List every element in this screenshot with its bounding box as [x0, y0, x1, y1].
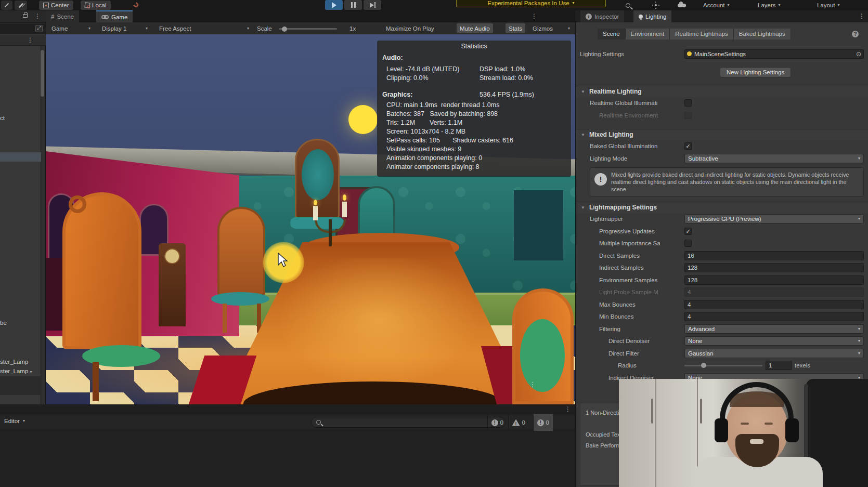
console-search-box[interactable] [311, 417, 506, 428]
console-warning-badge[interactable]: ! 0 [508, 414, 529, 431]
tab-scene[interactable]: # Scene [46, 10, 79, 22]
console-search-input[interactable] [325, 418, 497, 427]
maximize-icon[interactable] [35, 25, 43, 32]
check-icon: ✓ [685, 228, 690, 234]
play-button[interactable] [325, 0, 343, 10]
experimental-packages-dropdown[interactable]: Experimental Packages In Use ▾ [456, 0, 606, 7]
stats-toggle[interactable]: Stats [506, 23, 525, 33]
kebab-menu-icon[interactable]: ⋮ [565, 406, 571, 412]
tab-game[interactable]: Game [96, 10, 133, 22]
scale-slider[interactable] [279, 28, 337, 30]
realtime-gi-checkbox[interactable] [684, 99, 692, 107]
progressive-updates-checkbox[interactable]: ✓ [684, 228, 692, 235]
custom-tool-icon[interactable] [15, 1, 27, 10]
kebab-menu-icon[interactable]: ⋮ [531, 13, 537, 19]
direct-denoiser-dropdown[interactable]: None▾ [684, 336, 864, 346]
foldout-arrow-icon[interactable]: ▾ [30, 370, 32, 374]
search-icon[interactable] [620, 1, 636, 10]
mute-audio-toggle[interactable]: Mute Audio [457, 23, 493, 33]
console-error-badge[interactable]: ! 0 [533, 414, 553, 431]
pause-icon [351, 2, 356, 8]
kebab-menu-icon[interactable]: ⋮ [34, 13, 41, 19]
display-target-dropdown[interactable]: Display 1▾ [99, 23, 151, 33]
graphics-header: Graphics: [382, 91, 412, 98]
kebab-menu-icon[interactable]: ⋮ [529, 381, 536, 388]
aspect-ratio-dropdown[interactable]: Free Aspect▾ [156, 23, 252, 33]
lighting-tab-scene[interactable]: Scene [598, 29, 626, 40]
multiple-importance-checkbox[interactable] [684, 240, 692, 247]
radius-field[interactable]: 1 [766, 361, 792, 370]
lighting-tab-environment[interactable]: Environment [626, 29, 670, 40]
step-button[interactable] [364, 0, 381, 10]
dropdown-arrow-icon: ▾ [573, 1, 575, 5]
hierarchy-panel-strip: ⋮ ⋮ ct be ster_Lamp ster_Lamp ▾ [0, 10, 46, 404]
pause-button[interactable] [344, 0, 362, 10]
error-count: 0 [546, 419, 549, 426]
radius-slider-thumb[interactable] [701, 363, 706, 368]
info-count: 0 [500, 419, 503, 426]
hierarchy-item-lamp[interactable]: ster_Lamp ▾ [0, 366, 41, 376]
hierarchy-item-selected[interactable] [0, 152, 41, 162]
environment-samples-field[interactable]: 128 [684, 275, 864, 285]
scene-candle [313, 206, 318, 220]
help-icon[interactable]: ? [852, 31, 859, 37]
maximize-on-play-toggle[interactable]: Maximize On Play [383, 23, 437, 33]
lighting-mode-dropdown[interactable]: Subtractive▾ [684, 154, 864, 163]
stat-animation: Animation components playing: 0 [386, 154, 482, 162]
hierarchy-scrollbar[interactable] [40, 46, 45, 404]
editor-target-dropdown[interactable]: Editor ▾ [4, 418, 25, 424]
audio-level: Level: -74.8 dB (MUTED) [386, 65, 459, 73]
min-bounces-field[interactable]: 4 [684, 312, 864, 321]
console-info-badge[interactable]: ! 0 [487, 414, 507, 431]
activity-indicator-icon[interactable] [648, 1, 664, 10]
scale-slider-thumb[interactable] [282, 27, 287, 32]
cloud-collab-icon[interactable] [673, 1, 691, 10]
object-picker-icon[interactable]: ⊙ [856, 50, 861, 58]
account-dropdown[interactable]: Account ▾ [703, 0, 730, 10]
section-realtime-lighting[interactable]: ▼ Realtime Lighting [576, 86, 868, 97]
tab-inspector[interactable]: i Inspector [580, 10, 624, 22]
indirect-samples-field[interactable]: 128 [684, 263, 864, 272]
max-bounces-field[interactable]: 4 [684, 300, 864, 309]
new-lighting-settings-button[interactable]: New Lighting Settings [720, 67, 791, 77]
transform-tool-icon[interactable] [1, 1, 12, 10]
local-axis-icon [84, 2, 90, 8]
gizmos-dropdown[interactable]: Gizmos▾ [529, 23, 573, 33]
filtering-label: Filtering [576, 326, 684, 332]
section-lightmapping-settings[interactable]: ▼ Lightmapping Settings [576, 202, 868, 213]
tab-lighting[interactable]: Lighting [633, 10, 671, 22]
inspector-tabbar: i Inspector Lighting ⋮ [575, 10, 868, 22]
direct-samples-field[interactable]: 16 [684, 251, 864, 260]
direct-filter-dropdown[interactable]: Gaussian▾ [684, 349, 864, 358]
rotation-local-label: Local [92, 2, 107, 8]
hierarchy-item[interactable]: ct [0, 113, 41, 123]
lock-icon[interactable] [23, 14, 28, 18]
hierarchy-item[interactable] [0, 376, 41, 386]
scrollbar-thumb[interactable] [41, 50, 44, 97]
account-label: Account [703, 2, 725, 8]
lighting-tab-baked-lightmaps[interactable]: Baked Lightmaps [734, 29, 791, 40]
lighting-tab-realtime-lightmaps[interactable]: Realtime Lightmaps [670, 29, 734, 40]
snap-magnet-icon[interactable] [129, 1, 144, 10]
check-icon: ✓ [685, 143, 690, 149]
kebab-menu-icon[interactable]: ⋮ [27, 37, 33, 43]
realtime-environment-checkbox[interactable] [684, 112, 692, 119]
game-tab-label: Game [111, 14, 127, 20]
pivot-center-button[interactable]: Center [39, 1, 73, 10]
hierarchy-item-lamp[interactable]: ster_Lamp [0, 357, 41, 366]
hierarchy-search-field[interactable] [0, 23, 46, 34]
rotation-local-button[interactable]: Local [81, 1, 111, 10]
hierarchy-item[interactable] [0, 386, 41, 395]
game-display-mode-dropdown[interactable]: Game▾ [48, 23, 94, 33]
kebab-menu-icon[interactable]: ⋮ [859, 13, 865, 19]
layers-dropdown[interactable]: Layers ▾ [758, 0, 781, 10]
section-mixed-lighting[interactable]: ▼ Mixed Lighting [576, 129, 868, 140]
filtering-dropdown[interactable]: Advanced▾ [684, 324, 864, 334]
light-probe-sample-field[interactable]: 4 [684, 287, 864, 297]
layout-dropdown[interactable]: Layout ▾ [817, 0, 840, 10]
lighting-settings-object-field[interactable]: MainSceneSettings ⊙ [684, 49, 864, 59]
baked-gi-checkbox[interactable]: ✓ [684, 142, 692, 150]
hierarchy-item[interactable]: be [0, 318, 41, 327]
radius-slider[interactable] [684, 365, 762, 366]
lightmapper-dropdown[interactable]: Progressive GPU (Preview)▾ [684, 214, 864, 223]
